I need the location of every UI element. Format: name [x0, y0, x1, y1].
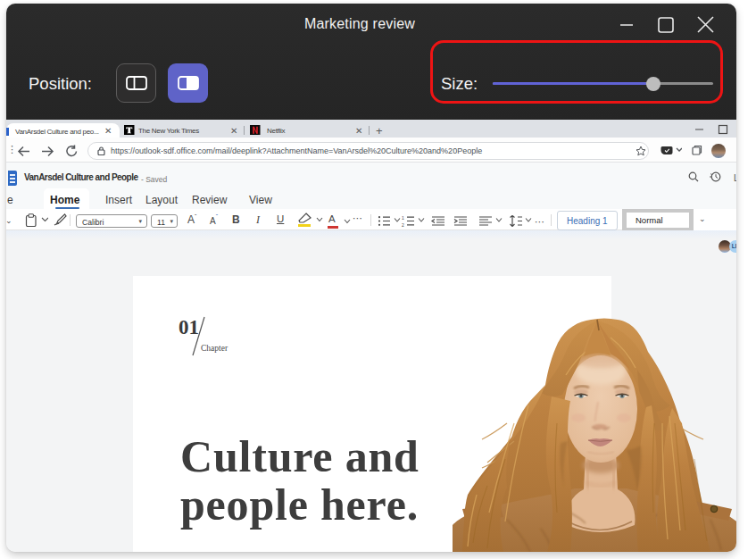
- svg-text:2: 2: [402, 221, 404, 227]
- svg-text:⋯: ⋯: [535, 216, 545, 227]
- svg-text:1: 1: [402, 215, 404, 221]
